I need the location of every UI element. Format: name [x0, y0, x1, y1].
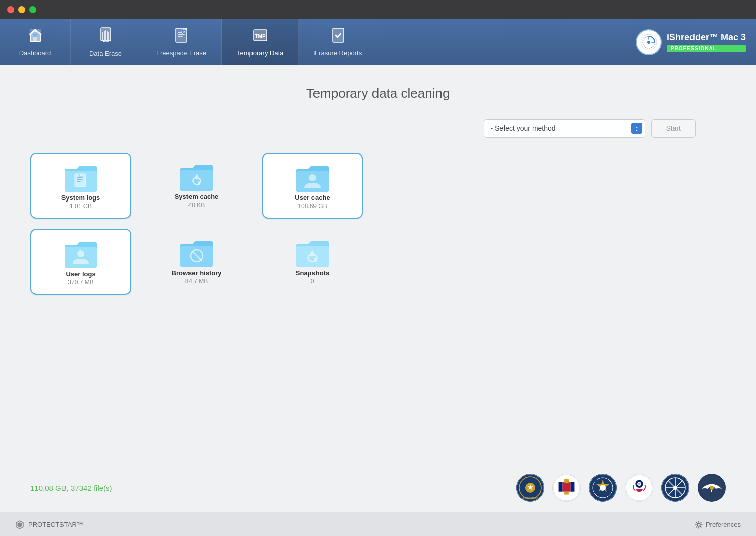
page-title: Temporary data cleaning [30, 86, 726, 101]
tab-dashboard-label: Dashboard [19, 49, 51, 57]
preferences-button[interactable]: Preferences [695, 521, 741, 529]
browser-history-name: Browser history [172, 269, 222, 277]
svg-point-40 [673, 486, 677, 490]
tab-dashboard[interactable]: Dashboard [0, 19, 71, 65]
title-bar [0, 0, 756, 19]
main-content: Temporary data cleaning - Select your me… [0, 65, 756, 512]
system-logs-size: 1.01 GB [70, 203, 92, 210]
user-cache-size: 108.69 GB [298, 203, 327, 210]
snapshots-size: 0 [311, 278, 314, 285]
footer-brand-label: PROTECTSTAR™ [28, 521, 83, 528]
system-cache-icon [178, 163, 215, 193]
svg-point-27 [564, 479, 569, 484]
snapshots-icon [294, 239, 331, 269]
system-cache-size: 40 KB [188, 202, 205, 209]
tab-erasure-reports-label: Erasure Reports [314, 49, 362, 57]
gear-icon [695, 521, 703, 529]
system-logs-icon [62, 164, 99, 194]
system-cache-name: System cache [175, 193, 219, 200]
erasure-reports-icon [332, 28, 345, 45]
svg-rect-26 [564, 492, 569, 495]
svg-rect-24 [559, 482, 563, 491]
tab-erasure-reports[interactable]: Erasure Reports [299, 19, 377, 65]
svg-point-45 [697, 523, 700, 526]
user-cache-icon [294, 164, 331, 194]
item-snapshots[interactable]: Snapshots 0 [262, 229, 363, 295]
tab-data-erase-label: Data Erase [89, 50, 122, 57]
logo-text: iShredder™ Mac 3 PROFESSIONAL [667, 32, 746, 52]
close-button[interactable] [7, 6, 14, 13]
method-select[interactable]: - Select your method [484, 119, 645, 138]
svg-rect-23 [562, 482, 570, 491]
svg-point-12 [647, 41, 650, 44]
svg-rect-9 [333, 28, 344, 42]
svg-rect-25 [571, 482, 575, 491]
system-logs-name: System logs [61, 194, 100, 202]
logo-title: iShredder™ Mac 3 [667, 32, 746, 43]
cert-us-navy: UNITED STATES [516, 474, 544, 502]
browser-history-icon [178, 239, 215, 269]
user-logs-name: User logs [66, 270, 95, 278]
user-logs-size: 370.7 MB [68, 279, 93, 286]
cert-nato [661, 474, 689, 502]
item-browser-history[interactable]: Browser history 84.7 MB [146, 229, 247, 295]
logo-icon [636, 29, 662, 55]
app-header: Dashboard Data Erase [0, 19, 756, 65]
browser-history-size: 84.7 MB [185, 278, 208, 285]
minimize-button[interactable] [18, 6, 25, 13]
tab-temporary-data[interactable]: TMP Temporary Data [222, 19, 299, 65]
svg-text:TMP: TMP [255, 34, 266, 39]
user-cache-name: User cache [295, 194, 330, 202]
file-count: 110.08 GB, 37342 file(s) [30, 484, 112, 492]
item-user-logs[interactable]: User logs 370.7 MB [30, 229, 131, 295]
maximize-button[interactable] [29, 6, 36, 13]
snapshots-name: Snapshots [296, 269, 329, 277]
logo-badge: PROFESSIONAL [667, 45, 746, 52]
method-select-wrapper: - Select your method [484, 119, 645, 138]
tab-freespace-erase[interactable]: Freespace Erase [141, 19, 222, 65]
controls-row: - Select your method Start [30, 119, 726, 138]
dashboard-icon [28, 28, 43, 45]
cert-royal [552, 474, 581, 502]
svg-text:UNITED STATES: UNITED STATES [522, 497, 538, 499]
app-footer: PROTECTSTAR™ Preferences [0, 512, 756, 536]
footer-brand: PROTECTSTAR™ [15, 520, 83, 529]
cert-dod [589, 474, 617, 502]
svg-point-15 [77, 250, 84, 257]
svg-marker-44 [18, 522, 22, 527]
tab-temporary-data-label: Temporary Data [237, 49, 283, 57]
user-logs-icon [62, 240, 99, 270]
traffic-lights [7, 6, 36, 13]
tab-freespace-label: Freespace Erase [156, 49, 206, 57]
protectstar-icon [15, 520, 24, 529]
freespace-icon [175, 28, 188, 45]
cert-australia [625, 474, 653, 502]
svg-point-14 [309, 174, 316, 181]
item-system-cache[interactable]: System cache 40 KB [146, 153, 247, 219]
item-user-cache[interactable]: User cache 108.69 GB [262, 153, 363, 219]
start-button[interactable]: Start [651, 119, 696, 138]
svg-point-42 [710, 486, 714, 490]
items-grid: System logs 1.01 GB System cache 40 KB [30, 153, 726, 295]
bottom-row: 110.08 GB, 37342 file(s) UNITED STATES [30, 463, 726, 502]
temporary-data-icon: TMP [253, 28, 268, 45]
data-erase-icon [99, 27, 113, 46]
cert-badges: UNITED STATES [516, 474, 726, 502]
svg-point-30 [600, 485, 606, 491]
cert-air-force [698, 474, 726, 502]
tab-data-erase[interactable]: Data Erase [71, 19, 141, 65]
item-system-logs[interactable]: System logs 1.01 GB [30, 153, 131, 219]
preferences-label: Preferences [706, 521, 741, 528]
app-logo: iShredder™ Mac 3 PROFESSIONAL [636, 29, 746, 55]
